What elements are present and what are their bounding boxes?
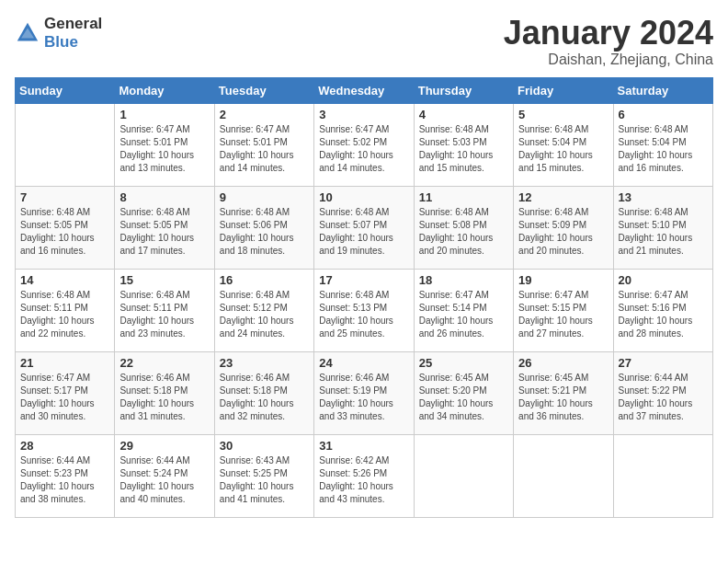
day-number: 21 <box>20 356 109 370</box>
table-row: 28Sunrise: 6:44 AM Sunset: 5:23 PM Dayli… <box>16 434 115 517</box>
table-row: 30Sunrise: 6:43 AM Sunset: 5:25 PM Dayli… <box>214 434 313 517</box>
day-info: Sunrise: 6:48 AM Sunset: 5:11 PM Dayligh… <box>20 289 109 340</box>
table-row: 25Sunrise: 6:45 AM Sunset: 5:20 PM Dayli… <box>414 351 513 434</box>
table-row: 7Sunrise: 6:48 AM Sunset: 5:05 PM Daylig… <box>16 186 115 269</box>
day-info: Sunrise: 6:47 AM Sunset: 5:17 PM Dayligh… <box>20 372 109 423</box>
day-number: 10 <box>319 190 408 204</box>
table-row <box>414 434 513 517</box>
calendar-table: Sunday Monday Tuesday Wednesday Thursday… <box>15 77 713 518</box>
table-row: 16Sunrise: 6:48 AM Sunset: 5:12 PM Dayli… <box>214 269 313 351</box>
table-row: 27Sunrise: 6:44 AM Sunset: 5:22 PM Dayli… <box>613 351 712 434</box>
day-info: Sunrise: 6:48 AM Sunset: 5:07 PM Dayligh… <box>319 206 408 258</box>
day-info: Sunrise: 6:48 AM Sunset: 5:12 PM Dayligh… <box>220 289 309 340</box>
header-thursday: Thursday <box>414 77 513 103</box>
header-tuesday: Tuesday <box>214 77 313 103</box>
day-number: 6 <box>619 108 708 121</box>
calendar-week-row: 7Sunrise: 6:48 AM Sunset: 5:05 PM Daylig… <box>16 186 713 269</box>
table-row: 21Sunrise: 6:47 AM Sunset: 5:17 PM Dayli… <box>16 351 115 434</box>
logo-text-blue: Blue <box>44 33 78 51</box>
day-number: 16 <box>220 273 309 287</box>
title-area: January 2024 Daishan, Zhejiang, China <box>504 15 713 68</box>
day-number: 23 <box>220 356 309 370</box>
table-row: 3Sunrise: 6:47 AM Sunset: 5:02 PM Daylig… <box>314 103 414 186</box>
day-number: 14 <box>20 273 109 287</box>
day-number: 29 <box>119 439 209 453</box>
day-info: Sunrise: 6:46 AM Sunset: 5:19 PM Dayligh… <box>319 372 408 423</box>
day-info: Sunrise: 6:48 AM Sunset: 5:04 PM Dayligh… <box>518 123 608 175</box>
day-info: Sunrise: 6:48 AM Sunset: 5:08 PM Dayligh… <box>419 206 508 258</box>
day-info: Sunrise: 6:48 AM Sunset: 5:03 PM Dayligh… <box>419 123 508 175</box>
calendar-week-row: 14Sunrise: 6:48 AM Sunset: 5:11 PM Dayli… <box>16 269 713 351</box>
header: General Blue January 2024 Daishan, Zheji… <box>15 15 713 68</box>
logo-icon <box>15 20 40 46</box>
day-number: 3 <box>319 108 408 121</box>
table-row: 11Sunrise: 6:48 AM Sunset: 5:08 PM Dayli… <box>414 186 513 269</box>
day-number: 17 <box>319 273 408 287</box>
table-row: 14Sunrise: 6:48 AM Sunset: 5:11 PM Dayli… <box>16 269 115 351</box>
day-info: Sunrise: 6:48 AM Sunset: 5:04 PM Dayligh… <box>619 123 708 175</box>
table-row: 23Sunrise: 6:46 AM Sunset: 5:18 PM Dayli… <box>214 351 313 434</box>
day-number: 20 <box>619 273 708 287</box>
table-row: 8Sunrise: 6:48 AM Sunset: 5:05 PM Daylig… <box>115 186 214 269</box>
calendar-week-row: 28Sunrise: 6:44 AM Sunset: 5:23 PM Dayli… <box>16 434 713 517</box>
day-number: 27 <box>619 356 708 370</box>
day-number: 31 <box>319 439 408 453</box>
table-row <box>16 103 115 186</box>
day-number: 4 <box>419 108 508 121</box>
day-info: Sunrise: 6:48 AM Sunset: 5:05 PM Dayligh… <box>20 206 109 258</box>
table-row: 12Sunrise: 6:48 AM Sunset: 5:09 PM Dayli… <box>514 186 613 269</box>
day-number: 26 <box>518 356 608 370</box>
day-info: Sunrise: 6:44 AM Sunset: 5:22 PM Dayligh… <box>619 372 708 423</box>
logo: General Blue <box>15 15 102 52</box>
logo-text-general: General <box>44 15 102 32</box>
day-number: 11 <box>419 190 508 204</box>
day-number: 7 <box>20 190 109 204</box>
table-row: 18Sunrise: 6:47 AM Sunset: 5:14 PM Dayli… <box>414 269 513 351</box>
day-number: 9 <box>220 190 309 204</box>
table-row: 19Sunrise: 6:47 AM Sunset: 5:15 PM Dayli… <box>514 269 613 351</box>
table-row <box>514 434 613 517</box>
table-row: 17Sunrise: 6:48 AM Sunset: 5:13 PM Dayli… <box>314 269 414 351</box>
table-row: 20Sunrise: 6:47 AM Sunset: 5:16 PM Dayli… <box>613 269 712 351</box>
day-number: 13 <box>619 190 708 204</box>
day-info: Sunrise: 6:44 AM Sunset: 5:23 PM Dayligh… <box>20 454 109 506</box>
table-row: 15Sunrise: 6:48 AM Sunset: 5:11 PM Dayli… <box>115 269 214 351</box>
day-number: 8 <box>119 190 209 204</box>
header-monday: Monday <box>115 77 214 103</box>
header-saturday: Saturday <box>613 77 712 103</box>
day-info: Sunrise: 6:48 AM Sunset: 5:09 PM Dayligh… <box>518 206 608 258</box>
day-number: 5 <box>518 108 608 121</box>
day-info: Sunrise: 6:45 AM Sunset: 5:20 PM Dayligh… <box>419 372 508 423</box>
table-row: 26Sunrise: 6:45 AM Sunset: 5:21 PM Dayli… <box>514 351 613 434</box>
day-info: Sunrise: 6:48 AM Sunset: 5:06 PM Dayligh… <box>220 206 309 258</box>
day-info: Sunrise: 6:45 AM Sunset: 5:21 PM Dayligh… <box>518 372 608 423</box>
day-info: Sunrise: 6:46 AM Sunset: 5:18 PM Dayligh… <box>220 372 309 423</box>
table-row: 6Sunrise: 6:48 AM Sunset: 5:04 PM Daylig… <box>613 103 712 186</box>
calendar-week-row: 21Sunrise: 6:47 AM Sunset: 5:17 PM Dayli… <box>16 351 713 434</box>
header-friday: Friday <box>514 77 613 103</box>
day-info: Sunrise: 6:47 AM Sunset: 5:02 PM Dayligh… <box>319 123 408 175</box>
day-info: Sunrise: 6:44 AM Sunset: 5:24 PM Dayligh… <box>119 454 209 506</box>
table-row: 13Sunrise: 6:48 AM Sunset: 5:10 PM Dayli… <box>613 186 712 269</box>
calendar-subtitle: Daishan, Zhejiang, China <box>504 52 713 68</box>
day-number: 30 <box>220 439 309 453</box>
table-row: 24Sunrise: 6:46 AM Sunset: 5:19 PM Dayli… <box>314 351 414 434</box>
calendar-week-row: 1Sunrise: 6:47 AM Sunset: 5:01 PM Daylig… <box>16 103 713 186</box>
table-row: 5Sunrise: 6:48 AM Sunset: 5:04 PM Daylig… <box>514 103 613 186</box>
day-number: 25 <box>419 356 508 370</box>
day-info: Sunrise: 6:47 AM Sunset: 5:14 PM Dayligh… <box>419 289 508 340</box>
day-number: 22 <box>119 356 209 370</box>
day-info: Sunrise: 6:48 AM Sunset: 5:10 PM Dayligh… <box>619 206 708 258</box>
day-number: 28 <box>20 439 109 453</box>
header-sunday: Sunday <box>16 77 115 103</box>
day-number: 1 <box>119 108 209 121</box>
day-info: Sunrise: 6:42 AM Sunset: 5:26 PM Dayligh… <box>319 454 408 506</box>
day-info: Sunrise: 6:47 AM Sunset: 5:01 PM Dayligh… <box>119 123 209 175</box>
table-row: 4Sunrise: 6:48 AM Sunset: 5:03 PM Daylig… <box>414 103 513 186</box>
day-info: Sunrise: 6:47 AM Sunset: 5:16 PM Dayligh… <box>619 289 708 340</box>
day-info: Sunrise: 6:48 AM Sunset: 5:11 PM Dayligh… <box>119 289 209 340</box>
day-info: Sunrise: 6:46 AM Sunset: 5:18 PM Dayligh… <box>119 372 209 423</box>
table-row: 22Sunrise: 6:46 AM Sunset: 5:18 PM Dayli… <box>115 351 214 434</box>
table-row: 10Sunrise: 6:48 AM Sunset: 5:07 PM Dayli… <box>314 186 414 269</box>
day-number: 19 <box>518 273 608 287</box>
